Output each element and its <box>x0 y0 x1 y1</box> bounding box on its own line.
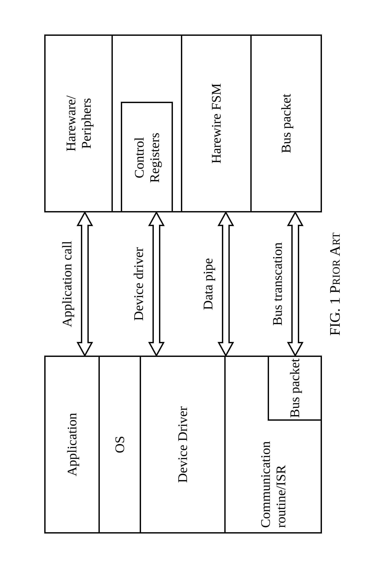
box-bus-packet-right: Bus packet <box>252 36 321 211</box>
figure-caption: FIG. 1 Prior Art <box>326 34 343 534</box>
diagram-content: Application OS Device Driver Communicati… <box>44 34 348 534</box>
label-bus-packet-left: Bus packet <box>287 359 302 418</box>
arrow-application-call: Application call <box>59 212 93 356</box>
label-hardware-periphers: Hareware/ Periphers <box>63 96 94 152</box>
software-stack: Application OS Device Driver Communicati… <box>44 356 322 534</box>
label-application: Application <box>64 413 80 476</box>
svg-marker-1 <box>149 212 164 356</box>
box-control-registers: Control Registers <box>121 102 173 212</box>
box-control-registers-row: Control Registers <box>113 36 182 211</box>
label-control-registers: Control Registers <box>131 116 162 199</box>
label-arrow-data-pipe: Data pipe <box>200 212 215 356</box>
box-comm-routine: Communication routine/ISR Bus packet <box>226 357 321 532</box>
diagram-wrapper: Application OS Device Driver Communicati… <box>44 34 348 534</box>
box-hardware-periphers: Hareware/ Periphers <box>45 36 113 211</box>
label-harewire-fsm: Harewire FSM <box>209 83 224 164</box>
label-device-driver: Device Driver <box>175 406 190 483</box>
label-arrow-application-call: Application call <box>59 212 74 356</box>
svg-marker-2 <box>219 212 233 356</box>
caption-fig: FIG. 1 <box>326 293 343 336</box>
arrow-device-driver: Device driver <box>131 212 165 356</box>
box-application: Application <box>45 357 100 532</box>
svg-marker-0 <box>78 212 92 356</box>
label-comm-routine: Communication routine/ISR <box>257 428 289 528</box>
double-arrow-icon <box>76 212 93 356</box>
svg-marker-3 <box>288 212 302 356</box>
arrow-bus-transaction: Bus transcation <box>270 212 304 356</box>
label-arrow-device-driver: Device driver <box>131 212 146 356</box>
label-os: OS <box>112 436 127 453</box>
box-bus-packet-left: Bus packet <box>268 356 322 421</box>
caption-prior-art: Prior Art <box>326 232 343 293</box>
box-harewire-fsm: Harewire FSM <box>182 36 252 211</box>
box-device-driver: Device Driver <box>141 357 226 532</box>
label-arrow-bus-transaction: Bus transcation <box>270 212 285 356</box>
double-arrow-icon <box>148 212 165 356</box>
box-os: OS <box>100 357 141 532</box>
label-bus-packet-right: Bus packet <box>278 94 294 153</box>
double-arrow-icon <box>287 212 304 356</box>
arrow-data-pipe: Data pipe <box>200 212 234 356</box>
double-arrow-icon <box>217 212 234 356</box>
arrow-zone: Application call Device driver Data pipe… <box>44 212 322 356</box>
hardware-stack: Hareware/ Periphers Control Registers Ha… <box>44 34 322 212</box>
